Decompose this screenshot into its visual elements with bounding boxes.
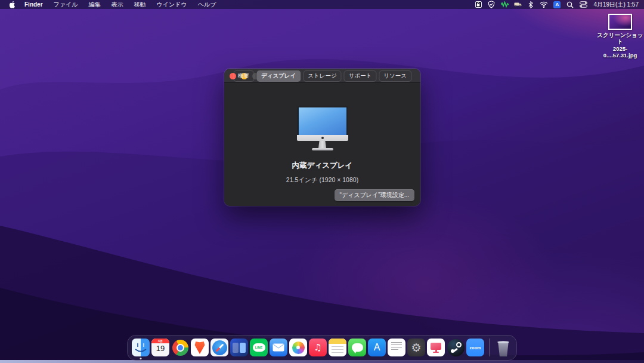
screenshot-thumbnail-image: [609, 15, 631, 29]
line-icon: LINE: [250, 339, 268, 356]
dock-icon-photos[interactable]: [289, 339, 307, 356]
dock-icon-calendar[interactable]: 4月 19: [151, 339, 169, 356]
desktop-file-label-line1: スクリーンショット: [597, 32, 643, 45]
music-icon: ♫: [309, 339, 327, 356]
control-center-icon[interactable]: [579, 1, 587, 8]
messages-icon: [348, 339, 366, 356]
wifi-icon[interactable]: [540, 1, 548, 8]
tab-overview[interactable]: 概要: [233, 70, 254, 82]
dock-separator: [489, 339, 490, 356]
dock-icon-chrome[interactable]: [171, 339, 189, 356]
display-spec: 21.5インチ (1920 × 1080): [286, 176, 358, 184]
dock-icon-finder[interactable]: [132, 339, 150, 356]
system-preferences-gear-icon: ⚙: [407, 339, 425, 356]
menu-bar: Finder ファイル 編集 表示 移動 ウインドウ ヘルプ: [0, 0, 644, 9]
dock-icon-textedit[interactable]: [388, 339, 405, 356]
spotlight-search-icon[interactable]: [566, 1, 574, 8]
safari-icon: [210, 339, 228, 356]
dock-icon-trash[interactable]: [494, 339, 512, 356]
desktop: Finder ファイル 編集 表示 移動 ウインドウ ヘルプ: [0, 0, 644, 363]
dock-icon-notes[interactable]: [329, 339, 346, 356]
trash-icon: [494, 339, 512, 356]
imac-display-illustration: [297, 106, 348, 150]
imac-screen: [299, 107, 346, 135]
about-this-mac-window: 概要 ディスプレイ ストレージ サポート リソース 内蔵ディスプレイ 21.5イ…: [224, 69, 420, 206]
window-tabs: 概要 ディスプレイ ストレージ サポート リソース: [233, 70, 411, 82]
display-name: 内蔵ディスプレイ: [292, 161, 353, 171]
menu-view[interactable]: 表示: [106, 0, 129, 9]
notes-icon: [329, 339, 346, 356]
desktop-file-label-line2: 2025-0....57.31.jpg: [597, 45, 643, 59]
dock-icon-display-app[interactable]: [427, 339, 445, 356]
dock-icon-brave[interactable]: [191, 339, 209, 356]
finder-running-indicator: [140, 358, 142, 359]
dock-icon-mail[interactable]: [270, 339, 287, 356]
van-icon[interactable]: [513, 1, 522, 8]
dock-icon-line[interactable]: LINE: [250, 339, 268, 356]
line-label: LINE: [253, 343, 265, 352]
menu-app-name[interactable]: Finder: [19, 0, 48, 9]
dock: 4月 19 LINE: [127, 335, 517, 361]
tab-support[interactable]: サポート: [344, 70, 377, 82]
menu-help[interactable]: ヘルプ: [193, 0, 222, 9]
menu-file[interactable]: ファイル: [48, 0, 83, 9]
dock-icon-messages[interactable]: [348, 339, 366, 356]
dock-icon-file-manager[interactable]: [230, 339, 248, 356]
zoom-app-icon: zoom: [466, 339, 484, 356]
calendar-day: 19: [156, 343, 165, 355]
steam-icon: [447, 339, 465, 356]
dock-icon-music[interactable]: ♫: [309, 339, 327, 356]
tab-displays[interactable]: ディスプレイ: [256, 70, 301, 82]
imac-chin: [297, 135, 348, 141]
tab-resources[interactable]: リソース: [379, 70, 411, 82]
waveform-icon[interactable]: [500, 1, 509, 8]
menu-bar-status: A 4月19日(土) 1:57: [474, 1, 644, 9]
desktop-file-screenshot[interactable]: スクリーンショット 2025-0....57.31.jpg: [597, 14, 643, 59]
window-content: 内蔵ディスプレイ 21.5インチ (1920 × 1080) “ディスプレイ”環…: [224, 84, 420, 206]
apple-menu-icon[interactable]: [6, 1, 19, 8]
dock-icon-steam[interactable]: [447, 339, 465, 356]
screenshot-thumbnail[interactable]: [608, 14, 632, 30]
dock-icon-zoom[interactable]: zoom: [466, 339, 484, 356]
calendar-month: 4月: [151, 339, 169, 343]
lock-app-icon[interactable]: [474, 1, 482, 8]
menu-window[interactable]: ウインドウ: [151, 0, 193, 9]
dock-icon-app-store[interactable]: A: [368, 339, 386, 356]
shield-check-icon[interactable]: [487, 1, 496, 8]
chrome-icon: [171, 339, 189, 356]
brave-icon: [191, 339, 209, 356]
menu-bar-left: Finder ファイル 編集 表示 移動 ウインドウ ヘルプ: [0, 0, 221, 9]
desktop-file-label: スクリーンショット 2025-0....57.31.jpg: [597, 32, 643, 59]
textedit-icon: [388, 339, 405, 356]
menu-go[interactable]: 移動: [129, 0, 151, 9]
photos-icon: [289, 339, 307, 356]
menu-edit[interactable]: 編集: [83, 0, 106, 9]
app-store-icon: A: [368, 339, 386, 356]
dock-icon-system-preferences[interactable]: ⚙: [407, 339, 425, 356]
window-titlebar[interactable]: 概要 ディスプレイ ストレージ サポート リソース: [224, 69, 420, 83]
menu-clock[interactable]: 4月19日(土) 1:57: [592, 1, 639, 9]
finder-icon: [132, 339, 150, 356]
imac-stand-neck: [318, 141, 326, 148]
display-app-icon: [427, 339, 445, 356]
imac-screen-frame: [297, 106, 348, 135]
tab-storage[interactable]: ストレージ: [303, 70, 341, 82]
calendar-icon: 4月 19: [151, 339, 169, 356]
mail-icon: [270, 339, 287, 356]
dock-icon-safari[interactable]: [210, 339, 228, 356]
file-manager-icon: [230, 339, 248, 356]
display-preferences-button[interactable]: “ディスプレイ”環境設定...: [335, 189, 414, 201]
imac-stand-base: [312, 148, 333, 150]
bluetooth-icon[interactable]: [527, 1, 535, 8]
ime-input-icon[interactable]: A: [553, 1, 561, 8]
